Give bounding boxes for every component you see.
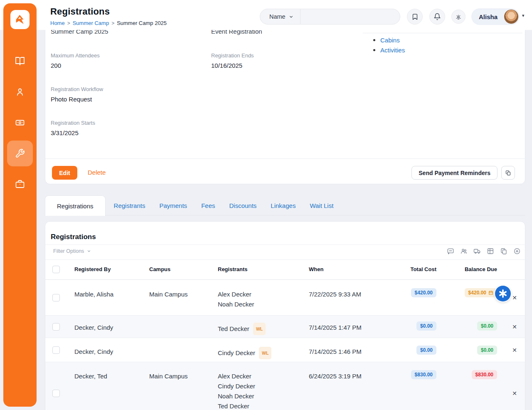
edit-button[interactable]: Edit <box>52 166 77 180</box>
when-cell: 7/22/2025 9:33 AM <box>309 289 361 299</box>
bookmark-icon <box>411 13 419 20</box>
registered-by-cell: Decker, Cindy <box>74 323 113 333</box>
balance-due-badge: $830.00 <box>472 370 497 379</box>
asterisk-icon <box>498 289 507 298</box>
delete-row-button[interactable]: ✕ <box>512 347 517 353</box>
cash-icon <box>15 118 25 128</box>
row-checkbox[interactable] <box>52 323 60 331</box>
field-label: Registration Workflow <box>51 86 103 92</box>
registration-row[interactable]: Marble, AlishaMain CampusAlex DeckerNoah… <box>45 280 525 316</box>
copy-link-button[interactable] <box>501 166 515 180</box>
registrations-grid-panel: Registrations Filter Options Registered … <box>45 221 525 410</box>
select-all-checkbox[interactable] <box>52 266 60 273</box>
search-input[interactable] <box>300 9 400 24</box>
sidebar-item-tools[interactable] <box>15 148 25 158</box>
total-cost-badge: $0.00 <box>416 321 436 331</box>
registrant-name: Alex Decker <box>218 371 255 381</box>
bulk-update-truck-icon[interactable] <box>473 247 481 255</box>
activities-link[interactable]: Activities <box>380 47 405 54</box>
merge-template-icon[interactable] <box>500 247 507 255</box>
chevron-down-icon <box>289 15 293 19</box>
grid-body: Marble, AlishaMain CampusAlex DeckerNoah… <box>45 280 525 410</box>
total-cost-badge: $0.00 <box>416 346 436 355</box>
delete-row-button[interactable]: ✕ <box>512 295 517 301</box>
registration-row[interactable]: Decker, TedMain CampusAlex DeckerCindy D… <box>45 362 525 410</box>
field-label: Registration Starts <box>51 120 95 126</box>
total-cost-badge: $830.00 <box>411 370 436 379</box>
balance-due-badge: $0.00 <box>477 321 497 331</box>
when-cell: 6/24/2025 3:19 PM <box>309 371 362 381</box>
registration-row[interactable]: Decker, CindyTed DeckerWL7/14/2025 1:47 … <box>45 316 525 338</box>
field-label: Registration Ends <box>211 52 254 59</box>
tab-bar: Registrations Registrants Payments Fees … <box>45 195 525 215</box>
notifications-button[interactable] <box>429 9 445 25</box>
instance-name-value: Summer Camp 2025 <box>51 30 108 35</box>
excel-export-icon[interactable] <box>487 247 494 255</box>
calendar-icon <box>488 290 493 295</box>
row-checkbox[interactable] <box>52 294 60 301</box>
registrant-name: Cindy DeckerWL <box>218 347 271 359</box>
book-open-icon <box>15 56 25 66</box>
cabins-link[interactable]: Cabins <box>380 37 400 44</box>
column-header: Registered By <box>74 266 111 272</box>
column-header: Total Cost <box>410 266 436 272</box>
sidebar-item-work[interactable] <box>15 179 25 189</box>
when-cell: 7/14/2025 1:46 PM <box>309 347 362 357</box>
row-checkbox[interactable] <box>52 390 60 397</box>
registered-by-cell: Marble, Alisha <box>74 289 113 299</box>
column-header: Registrants <box>218 266 248 272</box>
divider <box>45 245 525 245</box>
tab-discounts[interactable]: Discounts <box>222 195 264 215</box>
bookmarks-button[interactable] <box>407 9 423 25</box>
tab-registrations[interactable]: Registrations <box>45 195 106 216</box>
sidebar-item-library[interactable] <box>15 56 25 66</box>
grid-header-row: Registered By Campus Registrants When To… <box>45 259 525 280</box>
communicate-icon[interactable] <box>447 247 454 255</box>
theme-toggle-button[interactable] <box>451 10 466 24</box>
person-icon <box>15 87 25 97</box>
user-menu-caret-icon[interactable]: ▾ <box>522 13 525 18</box>
tab-fees[interactable]: Fees <box>194 195 222 215</box>
chevron-down-icon <box>87 249 91 253</box>
page-title: Registrations <box>50 6 110 17</box>
sidebar-item-finance[interactable] <box>15 118 25 128</box>
top-header: Registrations Home>Summer Camp>Summer Ca… <box>0 0 532 30</box>
field-label: Maximum Attendees <box>51 52 100 59</box>
tab-wait-list[interactable]: Wait List <box>303 195 340 215</box>
send-payment-reminders-button[interactable]: Send Payment Reminders <box>411 166 498 180</box>
row-checkbox[interactable] <box>52 346 60 354</box>
registrants-cell: Ted DeckerWL <box>218 323 266 335</box>
delete-row-button[interactable]: ✕ <box>512 390 517 396</box>
tab-linkages[interactable]: Linkages <box>264 195 303 215</box>
sidebar <box>3 3 37 407</box>
rock-logo[interactable] <box>10 10 30 29</box>
search-scope-dropdown[interactable]: Name <box>260 9 300 24</box>
registration-detail-panel: Summer Camp 2025 Event Registration Cabi… <box>45 30 525 184</box>
add-icon[interactable] <box>513 247 521 255</box>
total-cost-badge: $420.00 <box>411 288 436 297</box>
user-name: Alisha <box>479 13 498 20</box>
user-menu[interactable]: Alisha <box>471 8 520 25</box>
merge-person-icon[interactable] <box>460 247 468 255</box>
breadcrumb-summer-camp[interactable]: Summer Camp <box>73 20 109 26</box>
campus-cell: Main Campus <box>149 371 188 381</box>
linkage-list-item: Cabins <box>373 37 400 44</box>
registration-row[interactable]: Decker, CindyCindy DeckerWL7/14/2025 1:4… <box>45 338 525 362</box>
registered-by-cell: Decker, Ted <box>74 371 107 381</box>
delete-row-button[interactable]: ✕ <box>512 324 517 330</box>
rock-logo-icon <box>14 13 26 26</box>
breadcrumb-home[interactable]: Home <box>50 20 65 26</box>
balance-due-badge: $0.00 <box>477 346 497 355</box>
field-value: 200 <box>51 62 61 69</box>
breadcrumb-separator: > <box>111 20 114 26</box>
registrants-cell: Alex DeckerNoah Decker <box>218 289 254 309</box>
tab-registrants[interactable]: Registrants <box>107 195 153 215</box>
breadcrumb-separator: > <box>67 20 70 26</box>
registrant-name: Alex Decker <box>218 289 254 299</box>
column-header: When <box>309 266 323 272</box>
tab-payments[interactable]: Payments <box>152 195 194 215</box>
filter-options-toggle[interactable]: Filter Options <box>53 248 91 254</box>
sidebar-item-people[interactable] <box>15 87 25 97</box>
delete-button[interactable]: Delete <box>88 169 106 176</box>
bullet <box>373 39 375 41</box>
